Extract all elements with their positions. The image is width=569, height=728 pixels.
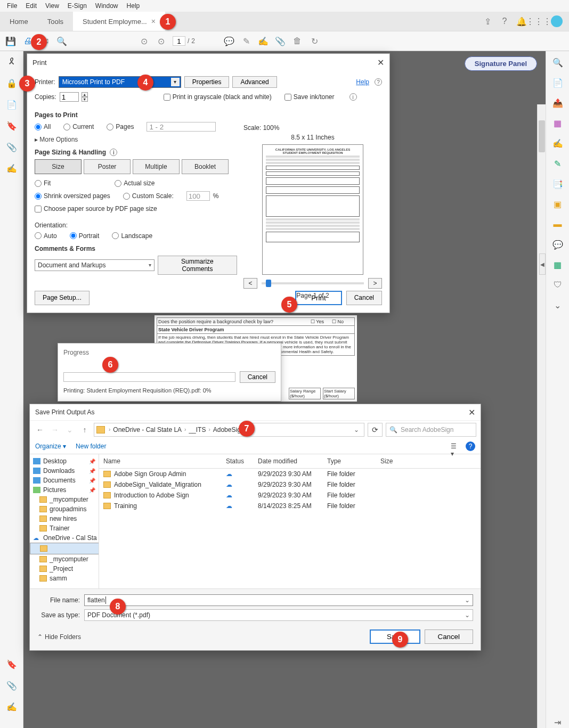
signatures-icon[interactable]: ✍ (6, 163, 17, 174)
custom-scale-radio[interactable]: Custom Scale: (123, 192, 174, 200)
search-input[interactable]: 🔍 Search AdobeSign (386, 423, 476, 437)
compress-icon[interactable]: ▣ (552, 198, 564, 210)
sign2-icon[interactable]: ✍ (6, 701, 17, 712)
avatar[interactable] (551, 15, 563, 27)
breadcrumb-dropdown-icon[interactable]: ⌄ (351, 426, 362, 433)
breadcrumb[interactable]: › OneDrive - Cal State LA › __ITS › Adob… (94, 423, 364, 437)
attachment-icon[interactable]: 📎 (6, 142, 17, 152)
shrink-radio[interactable]: Shrink oversized pages (35, 192, 110, 200)
lock-icon[interactable]: 🔒 (6, 78, 17, 88)
tree-item[interactable]: Documents📌 (30, 476, 99, 485)
zoom-icon[interactable]: 🔍 (56, 36, 67, 46)
sizing-info-icon[interactable]: i (110, 149, 117, 156)
menu-view[interactable]: View (41, 1, 63, 11)
advanced-button[interactable]: Advanced (232, 76, 277, 88)
save-type-select[interactable]: PDF Document (*.pdf)⌄ (84, 609, 473, 621)
copies-input[interactable] (60, 92, 79, 102)
pages-icon[interactable]: 📄 (6, 99, 17, 110)
preview-prev-button[interactable]: < (243, 278, 257, 289)
menu-esign[interactable]: E-Sign (63, 1, 91, 11)
tree-item[interactable]: samm (30, 574, 99, 583)
more-options-toggle[interactable]: ▸ More Options (35, 136, 237, 143)
help-icon[interactable]: ? (500, 17, 509, 26)
bell-icon[interactable]: 🔔 (517, 17, 526, 26)
properties-button[interactable]: Properties (184, 76, 230, 88)
tab-tools[interactable]: Tools (38, 12, 73, 31)
organize-dropdown[interactable]: Organize ▾ (35, 443, 66, 450)
comments-select[interactable]: Document and Markups▾ (35, 259, 155, 271)
preview-slider[interactable] (262, 282, 364, 284)
protect-icon[interactable]: 🛡 (552, 279, 564, 291)
tree-item[interactable]: groupadmins (30, 504, 99, 514)
menu-help[interactable]: Help (123, 1, 144, 11)
highlight-icon[interactable]: ✎ (241, 36, 251, 46)
chevron-down-icon[interactable]: ▾ (171, 78, 180, 86)
more-tools-icon[interactable]: ⌄ (552, 299, 564, 311)
vertical-scrollbar[interactable] (537, 104, 546, 728)
tree-item[interactable]: Trainer (30, 523, 99, 533)
tree-item[interactable]: _Project (30, 564, 99, 574)
page-up-icon[interactable]: ⊙ (139, 36, 149, 46)
export-pdf-icon[interactable]: 📤 (552, 97, 564, 109)
file-row[interactable]: AdobeSign_Validate_Migration ☁ 9/29/2023… (99, 479, 481, 490)
help-info-icon[interactable]: ? (375, 78, 382, 86)
save-close-icon[interactable]: ✕ (468, 407, 475, 418)
progress-cancel-button[interactable]: Cancel (240, 371, 275, 383)
printer-select[interactable]: Microsoft Print to PDF ▾ (59, 76, 181, 88)
nav-up-icon[interactable]: ↑ (79, 424, 91, 436)
file-row[interactable]: Introduction to Adobe Sign ☁ 9/29/2023 9… (99, 490, 481, 501)
poster-button[interactable]: Poster (84, 159, 131, 174)
view-options-icon[interactable]: ☰ ▾ (451, 443, 460, 450)
save-ink-checkbox[interactable]: Save ink/toner (284, 93, 335, 101)
redact-icon[interactable]: ▬ (552, 218, 564, 230)
file-row[interactable]: Adobe Sign Group Admin ☁ 9/29/2023 9:30 … (99, 469, 481, 479)
booklet-button[interactable]: Booklet (182, 159, 229, 174)
tree-item[interactable]: ☁OneDrive - Cal Sta (30, 533, 99, 543)
grayscale-checkbox[interactable]: Print in grayscale (black and white) (164, 93, 272, 101)
tree-item[interactable]: Pictures📌 (30, 485, 99, 495)
share-icon[interactable]: ⇪ (483, 17, 492, 26)
tab-document[interactable]: Student Employme... × (73, 12, 165, 31)
delete-icon[interactable]: 🗑 (292, 36, 303, 46)
nav-recent-icon[interactable]: ⌄ (64, 424, 76, 436)
bookmark-icon[interactable]: 🔖 (6, 120, 17, 131)
comment-icon[interactable]: 💬 (224, 36, 234, 46)
stamp-icon[interactable]: 📎 (275, 36, 286, 46)
search-tool-icon[interactable]: 🔍 (552, 56, 564, 68)
comment-tool-icon[interactable]: 💬 (552, 239, 564, 250)
organize-icon[interactable]: 📑 (552, 178, 564, 190)
sign-icon[interactable]: ✍ (258, 36, 269, 46)
pages-range-input[interactable] (147, 122, 216, 132)
signature-panel-button[interactable]: Signature Panel (465, 56, 537, 71)
choose-paper-checkbox[interactable]: Choose paper source by PDF page size (35, 205, 157, 212)
new-folder-button[interactable]: New folder (76, 443, 106, 450)
close-tab-icon[interactable]: × (151, 17, 156, 26)
file-name-input[interactable]: flatten⌄ (84, 594, 473, 606)
orientation-auto-radio[interactable]: Auto (35, 232, 57, 240)
file-row[interactable]: Training ☁ 8/14/2023 8:25 AM File folder (99, 501, 481, 511)
preview-next-button[interactable]: > (368, 278, 382, 289)
page-down-icon[interactable]: ⊙ (156, 36, 166, 46)
menu-edit[interactable]: Edit (21, 1, 41, 11)
multiple-button[interactable]: Multiple (133, 159, 180, 174)
orientation-portrait-radio[interactable]: Portrait (70, 232, 100, 240)
help-link[interactable]: Help (356, 78, 369, 86)
summarize-comments-button[interactable]: Summarize Comments (158, 256, 237, 275)
scan-icon[interactable]: ▦ (552, 259, 564, 271)
fit-radio[interactable]: Fit (35, 179, 51, 187)
pages-current-radio[interactable]: Current (63, 123, 94, 130)
attachment2-icon[interactable]: 📎 (6, 680, 17, 691)
refresh-button[interactable]: ⟳ (368, 423, 383, 437)
edit-pdf-icon[interactable]: ▦ (552, 117, 564, 129)
collapse-right-icon[interactable]: ◀ (539, 253, 546, 275)
menu-file[interactable]: File (3, 1, 21, 11)
menu-window[interactable]: Window (91, 1, 123, 11)
folder-tree[interactable]: Desktop📌Downloads📌Documents📌Pictures📌_my… (30, 454, 99, 588)
rotate-icon[interactable]: ↻ (309, 36, 320, 46)
request-sign-icon[interactable]: ✍ (552, 137, 564, 149)
hide-folders-toggle[interactable]: ⌃ Hide Folders (37, 633, 81, 641)
tree-item[interactable]: Desktop📌 (30, 456, 99, 466)
pages-all-radio[interactable]: All (35, 123, 51, 130)
apps-icon[interactable]: ⋮⋮⋮ (534, 17, 543, 26)
actual-size-radio[interactable]: Actual size (115, 179, 155, 187)
